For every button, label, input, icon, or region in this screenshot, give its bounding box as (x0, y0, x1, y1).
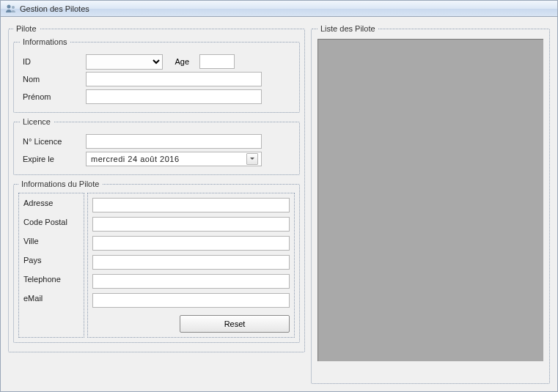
pays-field[interactable] (92, 255, 290, 270)
liste-group-label: Liste des Pilote (317, 24, 378, 33)
content-area: Pilote Informations ID Age (1, 17, 557, 391)
age-label: Age (170, 57, 192, 66)
svg-point-0 (7, 4, 11, 8)
id-label: ID (20, 56, 86, 67)
right-panel: Liste des Pilote (311, 24, 550, 384)
telephone-label: Telephone (22, 274, 81, 284)
details-controls-box: Reset (87, 193, 295, 338)
expire-date-text: mercredi 24 août 2016 (91, 155, 180, 163)
pilote-list[interactable] (317, 39, 543, 361)
cp-field[interactable] (92, 217, 290, 232)
details-group-label: Informations du Pilote (18, 180, 102, 188)
id-combobox[interactable] (86, 54, 163, 70)
expire-datepicker[interactable]: mercredi 24 août 2016 (86, 152, 262, 166)
window-root: Gestion des Pilotes Pilote Informations … (0, 0, 558, 392)
window-title: Gestion des Pilotes (20, 4, 89, 13)
pilote-group: Pilote Informations ID Age (8, 24, 305, 352)
email-field[interactable] (92, 293, 290, 308)
numlicence-label: N° Licence (20, 136, 86, 147)
adresse-label: Adresse (22, 198, 81, 208)
details-group: Informations du Pilote Adresse Code Post… (13, 180, 300, 343)
reset-button[interactable]: Reset (180, 315, 290, 333)
age-field[interactable] (199, 54, 235, 69)
ville-field[interactable] (92, 236, 290, 251)
pilote-group-label: Pilote (13, 24, 40, 33)
liste-group: Liste des Pilote (311, 24, 550, 384)
left-panel: Pilote Informations ID Age (8, 24, 305, 384)
pays-label: Pays (22, 255, 81, 265)
titlebar: Gestion des Pilotes (1, 1, 557, 17)
email-label: eMail (22, 293, 81, 303)
app-icon (5, 3, 17, 15)
expire-label: Expire le (20, 153, 86, 165)
nom-label: Nom (20, 73, 86, 85)
telephone-field[interactable] (92, 274, 290, 289)
details-labels-box: Adresse Code Postal Ville Pays Telephone… (18, 193, 84, 338)
calendar-dropdown-icon[interactable] (246, 153, 258, 165)
prenom-label: Prénom (20, 91, 86, 103)
prenom-field[interactable] (86, 89, 262, 104)
informations-group: Informations ID Age Nom (13, 37, 300, 113)
informations-group-label: Informations (20, 37, 70, 46)
numlicence-field[interactable] (86, 134, 262, 149)
licence-group: Licence N° Licence Expire le mercredi 24… (13, 117, 300, 175)
nom-field[interactable] (86, 72, 262, 86)
svg-point-1 (12, 6, 15, 9)
licence-group-label: Licence (20, 117, 54, 126)
cp-label: Code Postal (22, 217, 81, 227)
adresse-field[interactable] (92, 198, 290, 212)
ville-label: Ville (22, 236, 81, 246)
